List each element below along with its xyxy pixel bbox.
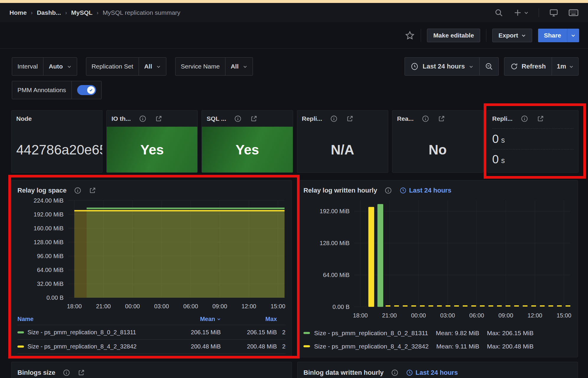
panel-time-range-link[interactable]: Last 24 hours <box>399 187 451 194</box>
breadcrumb-mysql[interactable]: MySQL <box>71 9 92 16</box>
interval-select[interactable]: Auto <box>43 58 77 75</box>
series-max: 206.15 MiB <box>221 329 277 336</box>
breadcrumb-current-page: MySQL replication summary <box>103 9 180 16</box>
external-link-icon[interactable] <box>78 369 85 376</box>
info-icon[interactable] <box>391 369 398 376</box>
external-link-icon[interactable] <box>537 115 544 122</box>
relay-log-space-panel: Relay log space 224.00 MiB192.00 MiB160.… <box>11 180 292 357</box>
breadcrumb-home[interactable]: Home <box>9 9 27 16</box>
lag-value-row: 0 s <box>492 149 574 170</box>
legend-col-max[interactable]: Max <box>221 316 277 322</box>
nav-bar: Home › Dashb... › MySQL › MySQL replicat… <box>0 3 588 22</box>
external-link-icon[interactable] <box>346 115 353 122</box>
search-icon[interactable] <box>494 8 503 17</box>
time-controls: Last 24 hours Refresh 1m <box>405 57 579 76</box>
make-editable-button[interactable]: Make editable <box>427 29 480 42</box>
service-name-select[interactable]: All <box>225 58 253 75</box>
svg-text:96.00 MiB: 96.00 MiB <box>37 253 64 259</box>
info-icon[interactable] <box>74 187 81 194</box>
svg-text:06:00: 06:00 <box>183 303 198 309</box>
info-icon[interactable] <box>234 115 241 122</box>
info-icon[interactable] <box>521 115 528 122</box>
svg-text:128.00 MiB: 128.00 MiB <box>34 239 64 245</box>
add-panel-button[interactable] <box>513 8 529 17</box>
external-link-icon[interactable] <box>89 187 96 194</box>
sort-chevron-icon <box>217 317 221 321</box>
info-icon[interactable] <box>139 115 146 122</box>
breadcrumb-separator: › <box>97 9 98 16</box>
toolbar-divider <box>486 29 486 42</box>
external-link-icon[interactable] <box>155 115 162 122</box>
series-name[interactable]: Size - ps_pmm_replication_8_4_2_32842 <box>27 343 137 350</box>
external-link-icon[interactable] <box>250 115 257 122</box>
relay-log-space-chart[interactable]: 224.00 MiB192.00 MiB160.00 MiB128.00 MiB… <box>17 196 286 313</box>
export-button[interactable]: Export <box>492 29 532 42</box>
binlog-data-written-hourly-panel: Binlog data written hourly Last 24 hours <box>297 362 578 378</box>
pmm-annotations-control: PMM Annotations <box>12 81 102 99</box>
interval-label: Interval <box>12 58 43 75</box>
nav-divider <box>539 8 539 17</box>
series-max: Max: 206.15 MiB <box>487 330 534 337</box>
panel-title: Relay log space <box>17 187 66 194</box>
interval-filter: Interval Auto <box>12 57 77 76</box>
panel-title: Node <box>16 115 32 122</box>
panel-title: Rea... <box>397 115 414 122</box>
svg-text:09:00: 09:00 <box>498 312 513 319</box>
svg-text:0.00 B: 0.00 B <box>332 304 350 310</box>
breadcrumb-separator: › <box>65 9 67 16</box>
svg-text:192.00 MiB: 192.00 MiB <box>320 208 350 214</box>
stat-panel-replication-lag: Repli... 0 s 0 s <box>487 110 579 173</box>
info-icon[interactable] <box>385 187 392 194</box>
chevron-down-icon <box>569 64 574 69</box>
replication-error-value: N/A <box>297 127 388 172</box>
star-icon[interactable] <box>405 30 415 40</box>
external-link-icon[interactable] <box>438 115 445 122</box>
panel-title: Repli... <box>302 115 322 122</box>
svg-text:18:00: 18:00 <box>353 312 368 319</box>
relay-log-space-legend: Name Mean Max Size - ps_pmm_replication_… <box>17 313 286 354</box>
clock-icon <box>399 187 407 194</box>
monitor-icon[interactable] <box>549 8 558 17</box>
stat-panel-sql-thread: SQL ... Yes <box>202 110 293 173</box>
panel-title: Binlogs size <box>17 369 55 377</box>
share-menu-chevron[interactable] <box>567 29 579 42</box>
keyboard-icon[interactable] <box>568 8 579 17</box>
toggle-check-icon <box>87 86 95 94</box>
pmm-annotations-toggle[interactable] <box>77 85 96 95</box>
series-max: 200.48 MiB <box>221 343 277 350</box>
series-name[interactable]: Size - ps_pmm_replication_8_4_2_32842 <box>314 343 429 350</box>
nav-actions <box>494 8 579 17</box>
legend-col-mean[interactable]: Mean <box>168 316 221 322</box>
relay-log-written-hourly-chart[interactable]: 192.00 MiB128.00 MiB64.00 MiB0.00 B18:00… <box>303 196 572 323</box>
svg-text:15:00: 15:00 <box>557 312 571 319</box>
legend-header: Name Mean Max <box>17 313 286 325</box>
panel-title: Repli... <box>492 115 513 122</box>
time-picker: Last 24 hours <box>405 57 499 76</box>
info-icon[interactable] <box>63 369 70 376</box>
refresh-icon <box>510 63 518 70</box>
legend-row: Size - ps_pmm_replication_8_4_2_32842 Me… <box>303 340 572 353</box>
browser-accent-strip <box>0 0 588 3</box>
legend-row: Size - ps_pmm_replication_8_4_2_32842 20… <box>17 339 286 354</box>
series-name[interactable]: Size - ps_pmm_replication_8_0_2_81311 <box>27 329 136 336</box>
panel-time-range-link[interactable]: Last 24 hours <box>406 369 458 377</box>
series-mean: 206.15 MiB <box>168 329 221 336</box>
legend-row: Size - ps_pmm_replication_8_0_2_81311 20… <box>17 325 286 339</box>
svg-text:03:00: 03:00 <box>154 303 169 309</box>
svg-text:06:00: 06:00 <box>469 312 484 319</box>
info-icon[interactable] <box>330 115 337 122</box>
info-icon[interactable] <box>422 115 429 122</box>
time-range-button[interactable]: Last 24 hours <box>405 58 479 75</box>
refresh-button[interactable]: Refresh <box>504 58 552 75</box>
stat-panel-read-only: Rea... No <box>392 110 483 173</box>
service-name-label: Service Name <box>176 58 225 75</box>
panel-title: SQL ... <box>207 115 226 122</box>
legend-col-name[interactable]: Name <box>17 316 168 322</box>
zoom-out-time-button[interactable] <box>479 58 498 75</box>
replication-set-select[interactable]: All <box>139 58 166 75</box>
share-button[interactable]: Share <box>538 29 579 42</box>
refresh-interval-select[interactable]: 1m <box>552 58 578 75</box>
series-name[interactable]: Size - ps_pmm_replication_8_0_2_81311 <box>314 330 428 337</box>
breadcrumb-dashboards[interactable]: Dashb... <box>37 9 61 16</box>
breadcrumb-separator: › <box>31 9 33 16</box>
